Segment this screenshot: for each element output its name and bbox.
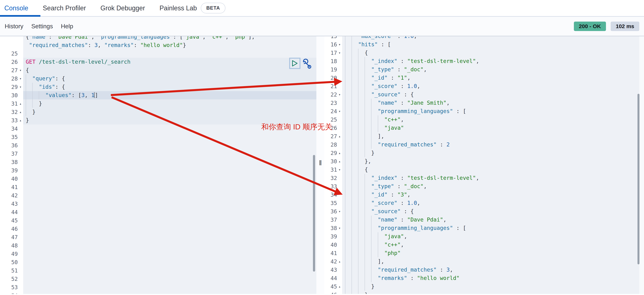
fold-toggle-icon[interactable]: ▴ [337, 282, 342, 291]
code-content[interactable]: "c++", [342, 115, 644, 124]
code-content[interactable] [23, 216, 316, 225]
request-editor[interactable]: {"name": "Dave Pdai", "programming_langu… [0, 36, 316, 294]
code-line[interactable]: 19 "_type" : "_doc", [324, 65, 644, 74]
code-content[interactable] [23, 183, 316, 191]
code-line[interactable]: 47 [0, 233, 316, 241]
fold-toggle-icon[interactable]: ▾ [337, 90, 342, 99]
fold-toggle-icon[interactable]: ▾ [337, 207, 342, 215]
code-line[interactable]: 46 } [324, 291, 644, 294]
code-line[interactable]: 32▴ } [0, 108, 316, 116]
code-content[interactable]: "programming_languages" : [ [342, 224, 644, 232]
code-content[interactable]: "hits" : [ [342, 40, 644, 49]
code-line[interactable]: 48 [0, 241, 316, 250]
code-content[interactable] [23, 225, 316, 233]
code-line[interactable]: 53 [0, 283, 316, 291]
code-line[interactable]: 30 "values": [3, 1] [0, 91, 316, 99]
code-line[interactable]: 23 "name" : "Jane Smith", [324, 99, 644, 107]
code-line[interactable]: 45 [0, 216, 316, 225]
code-line[interactable]: 28▾ "query": { [0, 74, 316, 83]
code-content[interactable]: "ids": { [23, 83, 316, 91]
code-line[interactable]: 44 [0, 208, 316, 216]
code-line[interactable]: 30▴ }, [324, 157, 644, 165]
code-line[interactable]: 28 "required_matches" : 2 [324, 140, 644, 149]
code-content[interactable]: } [23, 99, 316, 108]
code-line[interactable]: 40 "c++", [324, 240, 644, 249]
code-content[interactable]: "php" [342, 249, 644, 257]
code-content[interactable]: "required_matches": 3, "remarks": "hello… [23, 41, 316, 49]
code-content[interactable] [23, 175, 316, 183]
code-content[interactable] [23, 191, 316, 200]
code-line[interactable]: 38▾ "programming_languages" : [ [324, 224, 644, 232]
code-content[interactable]: } [342, 291, 644, 294]
fold-toggle-icon[interactable]: ▾ [337, 49, 342, 57]
code-line[interactable]: 21 "_score" : 1.0, [324, 82, 644, 90]
wrench-icon[interactable] [302, 58, 312, 69]
code-line[interactable]: 36 [0, 141, 316, 149]
code-content[interactable] [23, 241, 316, 250]
fold-toggle-icon[interactable]: ▴ [337, 257, 342, 266]
code-line[interactable]: 39 [0, 166, 316, 175]
fold-toggle-icon[interactable]: ▾ [337, 224, 342, 232]
tab-grok-debugger[interactable]: Grok Debugger [100, 4, 145, 12]
response-viewer[interactable]: 15 "max_score" : 1.0,16▾ "hits" : [17▾ {… [324, 36, 644, 294]
code-content[interactable] [23, 158, 316, 166]
code-line[interactable]: 26 "java" [324, 124, 644, 132]
code-content[interactable] [23, 291, 316, 294]
code-content[interactable]: "_type" : "_doc", [342, 65, 644, 74]
code-content[interactable]: "query": { [23, 74, 316, 83]
code-content[interactable]: "_type" : "_doc", [342, 182, 644, 190]
fold-toggle-icon[interactable]: ▾ [337, 107, 342, 115]
code-content[interactable] [23, 133, 316, 141]
fold-toggle-icon[interactable]: ▴ [18, 108, 23, 116]
code-line[interactable]: 43 [0, 200, 316, 208]
code-line[interactable]: 16▾ "hits" : [ [324, 40, 644, 49]
code-content[interactable]: "java" [342, 124, 644, 132]
code-content[interactable] [23, 283, 316, 291]
code-line[interactable]: 54 [0, 291, 316, 294]
fold-toggle-icon[interactable]: ▴ [18, 116, 23, 124]
code-line[interactable]: 35 [0, 133, 316, 141]
code-content[interactable]: "java", [342, 232, 644, 240]
code-content[interactable]: "_id" : "3", [342, 190, 644, 199]
code-content[interactable]: "_id" : "1", [342, 74, 644, 82]
code-content[interactable]: "values": [3, 1] [23, 91, 316, 99]
resizer-handle-icon[interactable]: ‖ [319, 159, 322, 167]
code-line[interactable]: {"name": "Dave Pdai", "programming_langu… [0, 36, 316, 41]
code-line[interactable]: 35 "_score" : 1.0, [324, 199, 644, 207]
code-content[interactable] [23, 250, 316, 258]
code-line[interactable]: 42 [0, 191, 316, 200]
code-line[interactable]: 25 [0, 49, 316, 58]
code-content[interactable]: } [23, 108, 316, 116]
code-content[interactable]: { [342, 165, 644, 174]
code-content[interactable]: } [342, 282, 644, 291]
code-line[interactable]: 26GET /test-dsl-term-level/_search [0, 58, 316, 66]
panel-resizer[interactable]: ‖ [316, 36, 324, 294]
code-content[interactable]: "_index" : "test-dsl-term-level", [342, 57, 644, 65]
code-content[interactable] [23, 49, 316, 58]
code-content[interactable]: "_source" : { [342, 207, 644, 215]
fold-toggle-icon[interactable]: ▴ [337, 149, 342, 157]
code-line[interactable]: 49 [0, 250, 316, 258]
code-content[interactable] [23, 149, 316, 158]
code-line[interactable]: 40 [0, 175, 316, 183]
fold-toggle-icon[interactable]: ▴ [337, 157, 342, 165]
code-line[interactable]: 43 "required_matches" : 3, [324, 266, 644, 274]
code-content[interactable]: ], [342, 132, 644, 140]
code-line[interactable]: 51 [0, 266, 316, 275]
code-content[interactable]: GET /test-dsl-term-level/_search [23, 58, 316, 66]
code-line[interactable]: 17▾ { [324, 49, 644, 57]
fold-toggle-icon[interactable]: ▾ [18, 74, 23, 83]
code-content[interactable]: "_score" : 1.0, [342, 82, 644, 90]
code-line[interactable]: 41 [0, 183, 316, 191]
code-line[interactable]: 31▾ { [324, 165, 644, 174]
tab-console[interactable]: Console [4, 4, 28, 12]
code-line[interactable]: 29▴ } [324, 149, 644, 157]
code-content[interactable]: "_index" : "test-dsl-term-level", [342, 174, 644, 182]
code-line[interactable]: 41 "php" [324, 249, 644, 257]
code-line[interactable]: 25 "c++", [324, 115, 644, 124]
code-line[interactable]: "required_matches": 3, "remarks": "hello… [0, 41, 316, 49]
code-content[interactable] [23, 266, 316, 275]
code-line[interactable]: 33 "_type" : "_doc", [324, 182, 644, 190]
code-content[interactable]: "max_score" : 1.0, [342, 36, 644, 40]
code-content[interactable]: "required_matches" : 2 [342, 140, 644, 149]
